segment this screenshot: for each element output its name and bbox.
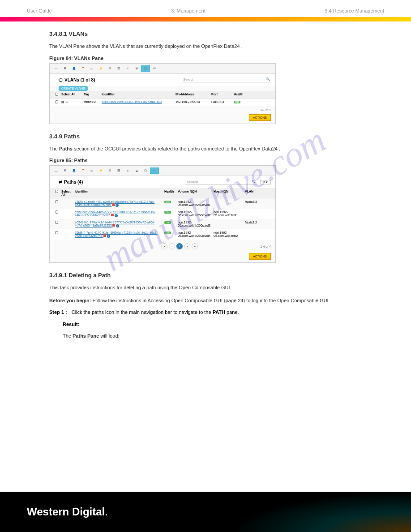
header-center: 3. Management	[171, 8, 205, 13]
identifier-link[interactable]: d26b2a5d-75ee-4d45-915d-1187ad808140	[101, 100, 175, 104]
header-right: 3.4 Resource Management	[325, 8, 384, 13]
paths-title-icon: ⇄	[59, 180, 62, 184]
row-checkbox[interactable]	[55, 100, 58, 103]
delete-icon[interactable]	[112, 224, 115, 227]
create-vlans-button[interactable]: CREATE VLANS	[59, 86, 88, 91]
paths-icon[interactable]: ⇄	[150, 65, 159, 72]
location-icon[interactable]: 📍	[78, 65, 87, 72]
table-row: e02428b1-170a-4cbf-9a44-2577f65a5a20f165…	[50, 219, 275, 229]
vlan-title-icon: ⬡	[59, 77, 63, 82]
info-icon[interactable]: i	[107, 235, 110, 238]
search-input[interactable]: Search	[185, 180, 257, 185]
vlan-icon[interactable]: ⬡	[141, 65, 150, 72]
page-footer: Western Digital.	[0, 492, 411, 532]
row-checkbox[interactable]	[55, 200, 58, 203]
minimize-icon[interactable]: —	[51, 167, 60, 174]
identifier-link[interactable]: e02428b1-170a-4cbf-9a44-2577f65a5a20f165…	[74, 220, 163, 228]
pane-title: ⇄Paths (4)	[54, 177, 87, 187]
stack-icon[interactable]: ≡	[123, 167, 132, 174]
select-all-checkbox[interactable]	[55, 190, 58, 193]
table-row: 78f2fba1-ece9-4f81-a2b9-e5d6c3e9ec78e71d…	[50, 198, 275, 209]
info-icon[interactable]: i	[116, 204, 119, 207]
signal-icon[interactable]: ⚡	[96, 65, 105, 72]
row-checkbox[interactable]	[55, 231, 58, 234]
page-last[interactable]: »	[192, 243, 198, 249]
search-input[interactable]: Search	[181, 77, 271, 82]
footer-wave-graphic	[232, 492, 411, 532]
pagination: 1-1 of 1	[260, 108, 271, 112]
toolbar: — ✖ 👤 📍 ▭ ⚡ ⚙ ☰ ≡ 🖥 ⬡ ⇄	[50, 64, 275, 74]
identifier-link[interactable]: 35bf8f4-7a46-4170-91fe-f89f2f6afb7133d4c…	[74, 231, 163, 238]
header-left: User Guide	[27, 8, 52, 13]
user-icon[interactable]: 👤	[69, 167, 78, 174]
footer-logo: Western Digital.	[27, 506, 108, 518]
host-icon[interactable]: ▭	[87, 65, 96, 72]
tree-icon[interactable]: ☰	[114, 167, 123, 174]
info-icon[interactable]: i	[116, 224, 119, 227]
figure-title-vlans: Figure 84: VLANs Pane	[49, 56, 384, 61]
vlan-icon[interactable]: ⬡	[141, 167, 150, 174]
info-icon[interactable]: i	[115, 214, 118, 217]
step-1: Step 1 : Click the paths icon in the mai…	[49, 309, 384, 315]
section-title-delete: 3.4.9.1 Deleting a Path	[49, 272, 384, 279]
actions-button[interactable]: ACTIONS	[249, 253, 271, 260]
table-header: Select All Tag Identifier IPv4Address Po…	[50, 91, 275, 99]
user-icon[interactable]: 👤	[69, 65, 78, 72]
actions-button[interactable]: ACTIONS	[249, 114, 271, 121]
monitor-icon[interactable]: 🖥	[132, 65, 141, 72]
page-next[interactable]: ›	[184, 243, 190, 249]
pane-title: ⬡VLANs (1 of 8)	[54, 75, 99, 85]
page-prev[interactable]: ‹	[169, 243, 175, 249]
monitor-icon[interactable]: 🖥	[132, 167, 141, 174]
page-size-select[interactable]: 5 ▾	[260, 180, 271, 184]
stack-icon[interactable]: ≡	[123, 65, 132, 72]
delete-icon[interactable]	[111, 214, 114, 216]
tools-icon[interactable]: ✖	[60, 65, 69, 72]
row-checkbox[interactable]	[55, 210, 58, 214]
table-row: 35bf8f4-7a46-4170-91fe-f89f2f6afb7133d4c…	[50, 229, 275, 240]
figure-title-paths: Figure 85: Paths	[49, 158, 384, 163]
signal-icon[interactable]: ⚡	[96, 167, 105, 174]
gear-icon[interactable]: ⚙	[105, 167, 114, 174]
page-header: User Guide 3. Management 3.4 Resource Ma…	[0, 0, 411, 17]
tools-icon[interactable]: ✖	[60, 167, 69, 174]
location-icon[interactable]: 📍	[78, 167, 87, 174]
result-label: Result:	[63, 322, 384, 327]
before-begin: Before you begin: Follow the instruction…	[49, 297, 384, 305]
paths-intro: The Paths section of the OCGUI provides …	[49, 145, 384, 153]
select-all-checkbox[interactable]	[55, 93, 58, 96]
screenshot-vlans: — ✖ 👤 📍 ▭ ⚡ ⚙ ☰ ≡ 🖥 ⬡ ⇄ ⬡VLANs (1 of 8) …	[49, 63, 276, 124]
table-header: Select All Identifier Health Volume NQN …	[50, 188, 275, 198]
toolbar: — ✖ 👤 📍 ▭ ⚡ ⚙ ☰ ≡ 🖥 ⬡ ⇄	[50, 166, 275, 176]
delete-intro: This task provides instructions for dele…	[49, 284, 384, 292]
identifier-link[interactable]: 78f2fba1-ece9-4f81-a2b9-e5d6c3e9ec78e71d…	[74, 200, 163, 207]
gradient-bar	[0, 17, 411, 21]
identifier-link[interactable]: ef958cae-d7a4-44cc-a772-73833dd081487125…	[74, 210, 163, 218]
delete-icon[interactable]	[103, 234, 106, 237]
section-title-paths: 3.4.9 Paths	[49, 133, 384, 140]
pagination-controls: « ‹ 1 › »	[159, 241, 200, 251]
vlans-intro: The VLAN Pane shows the VLANs that are c…	[49, 43, 384, 50]
table-row: ef958cae-d7a4-44cc-a772-73833dd081487125…	[50, 209, 275, 219]
section-title-vlans: 3.4.8.1 VLANs	[49, 30, 384, 37]
health-badge: OK	[234, 101, 240, 103]
result-text: The Paths Pane will load:	[63, 332, 384, 340]
row-checkbox[interactable]	[55, 221, 58, 224]
page-first[interactable]: «	[161, 243, 167, 249]
table-row: ▤ ☰ fabric1:2 d26b2a5d-75ee-4d45-915d-11…	[50, 99, 275, 106]
screenshot-paths: — ✖ 👤 📍 ▭ ⚡ ⚙ ☰ ≡ 🖥 ⬡ ⇄ ⇄Paths (4) Searc…	[49, 165, 276, 263]
pagination: 1-4 of 4	[260, 245, 271, 248]
delete-icon[interactable]	[112, 203, 115, 206]
paths-icon[interactable]: ⇄	[150, 167, 159, 174]
tree-icon[interactable]: ☰	[114, 65, 123, 72]
host-icon[interactable]: ▭	[87, 167, 96, 174]
page-1[interactable]: 1	[176, 243, 183, 249]
gear-icon[interactable]: ⚙	[105, 65, 114, 72]
minimize-icon[interactable]: —	[51, 65, 60, 72]
